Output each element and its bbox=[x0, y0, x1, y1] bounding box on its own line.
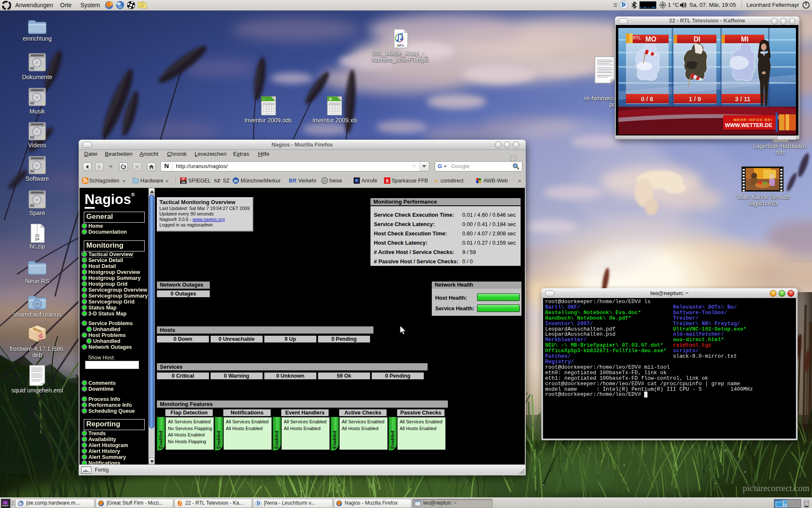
svg-text:0 / 8: 0 / 8 bbox=[641, 95, 653, 102]
svg-text:S: S bbox=[386, 179, 389, 183]
svg-text:1 / 9: 1 / 9 bbox=[689, 95, 701, 102]
svg-text:debian: debian bbox=[38, 339, 44, 341]
svg-text:ℍ: ℍ bbox=[329, 97, 332, 101]
svg-text:picturecorrect.com: picturecorrect.com bbox=[743, 483, 809, 493]
svg-text:@: @ bbox=[323, 179, 326, 183]
svg-text:WWW.WETTER.DE: WWW.WETTER.DE bbox=[725, 122, 772, 128]
svg-text:DI: DI bbox=[694, 36, 700, 43]
svg-text:SP: SP bbox=[181, 177, 185, 180]
svg-text:ON: ON bbox=[181, 181, 186, 184]
svg-text:ZIP: ZIP bbox=[35, 238, 40, 241]
svg-text:~: ~ bbox=[263, 97, 265, 101]
svg-text:3 / 11: 3 / 11 bbox=[735, 95, 751, 102]
svg-text:RTL: RTL bbox=[633, 36, 641, 40]
svg-text:MEHR INFOS BEI: MEHR INFOS BEI bbox=[733, 117, 772, 122]
svg-text:MI: MI bbox=[741, 36, 749, 43]
svg-text:MO: MO bbox=[645, 36, 656, 43]
svg-text:MP3: MP3 bbox=[397, 44, 403, 47]
svg-text:m: m bbox=[234, 179, 238, 183]
